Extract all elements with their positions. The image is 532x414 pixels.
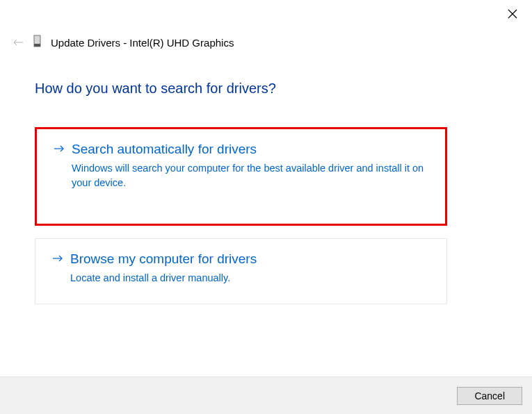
close-button[interactable]	[506, 7, 519, 21]
content-area: How do you want to search for drivers? S…	[0, 50, 532, 304]
option-header: Browse my computer for drivers	[52, 251, 430, 267]
option-title: Search automatically for drivers	[72, 142, 257, 157]
arrow-left-icon	[13, 39, 24, 46]
footer-bar: Cancel	[0, 376, 532, 414]
option-browse-computer[interactable]: Browse my computer for drivers Locate an…	[35, 238, 447, 304]
arrow-right-icon	[54, 143, 65, 156]
svg-rect-4	[34, 44, 40, 47]
header-bar: Update Drivers - Intel(R) UHD Graphics	[0, 0, 532, 50]
drive-icon	[33, 35, 41, 50]
option-search-automatically[interactable]: Search automatically for drivers Windows…	[35, 127, 447, 226]
option-title: Browse my computer for drivers	[70, 251, 257, 267]
back-button[interactable]	[13, 37, 24, 48]
option-description: Windows will search your computer for th…	[72, 161, 428, 190]
close-icon	[508, 9, 517, 19]
arrow-right-icon	[52, 253, 63, 265]
cancel-button[interactable]: Cancel	[457, 387, 522, 405]
option-description: Locate and install a driver manually.	[70, 271, 430, 285]
question-heading: How do you want to search for drivers?	[35, 81, 497, 97]
option-header: Search automatically for drivers	[54, 142, 428, 157]
window-title: Update Drivers - Intel(R) UHD Graphics	[51, 37, 234, 49]
